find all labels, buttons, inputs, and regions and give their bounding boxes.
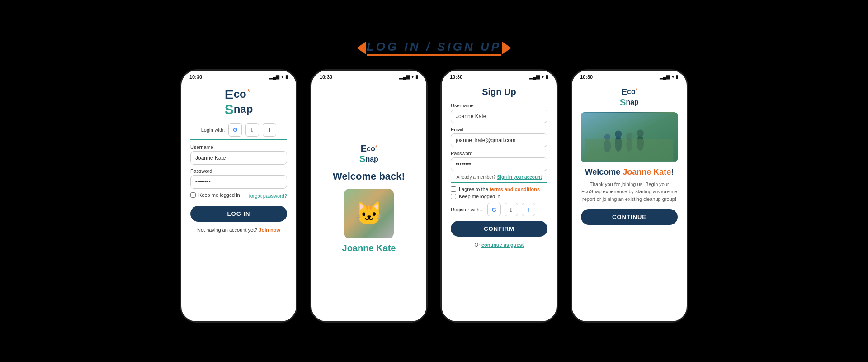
keep-logged-row-3: Keep me logged in <box>451 194 547 199</box>
page-title-container: LOG IN / SIGN UP <box>367 40 501 56</box>
keep-logged-checkbox-1[interactable] <box>190 192 196 198</box>
battery-icon-3: ▮ <box>546 74 548 79</box>
status-bar-4: 10:30 ▂▄▆ ▾ ▮ <box>572 71 687 81</box>
welcome-msg: Welcome Joanne Kate! <box>585 167 674 177</box>
welcome-back-content: E co * S nap Welcome back! 🐱 Joanne Kate <box>311 81 426 321</box>
logo-e-4: E <box>621 87 627 97</box>
battery-icon-2: ▮ <box>415 74 418 79</box>
email-input-3[interactable] <box>451 133 547 147</box>
wifi-icon-3: ▾ <box>542 74 544 79</box>
user-avatar: 🐱 <box>344 189 394 238</box>
hero-svg <box>581 112 678 162</box>
status-bar-3: 10:30 ▂▄▆ ▾ ▮ <box>442 71 557 81</box>
status-icons-2: ▂▄▆ ▾ ▮ <box>399 74 418 79</box>
signal-icon-2: ▂▄▆ <box>399 74 410 79</box>
phones-container: 10:30 ▂▄▆ ▾ ▮ E co * S nap <box>180 69 688 323</box>
keep-logged-checkbox-3[interactable] <box>451 194 456 199</box>
google-login-btn[interactable]: G <box>228 123 242 137</box>
username-input-1[interactable] <box>190 151 287 165</box>
terms-checkbox[interactable] <box>451 186 456 192</box>
hero-image <box>581 112 678 162</box>
terms-text: I agree to the terms and conditions <box>459 186 540 192</box>
signup-title: Sign Up <box>482 87 516 97</box>
logo-s-2: S <box>359 154 365 164</box>
register-with-label: Register with... <box>451 207 484 212</box>
forgot-password-link[interactable]: forgot password? <box>249 193 287 199</box>
password-label-3: Password <box>451 151 547 156</box>
continue-button[interactable]: CONTINUE <box>581 209 678 225</box>
status-icons-1: ▂▄▆ ▾ ▮ <box>269 74 288 79</box>
welcome-user-name: Joanne Kate <box>342 243 396 253</box>
logo-s-4: S <box>620 97 626 108</box>
signal-icon-4: ▂▄▆ <box>660 74 670 79</box>
ecosnap-logo-small-2: E co * S nap <box>359 143 378 164</box>
already-member-text: Already a member? Sign in your account <box>457 175 542 180</box>
status-time-2: 10:30 <box>320 74 332 80</box>
username-label-1: Username <box>190 144 287 150</box>
keep-logged-label-1: Keep me logged in <box>198 192 240 198</box>
battery-icon: ▮ <box>285 74 288 79</box>
logo-e-2: E <box>361 143 367 154</box>
facebook-register-btn[interactable]: f <box>522 203 535 216</box>
phone-welcome-back: 10:30 ▂▄▆ ▾ ▮ E co * S nap <box>310 69 428 323</box>
keep-logged-row: Keep me logged in <box>190 192 240 198</box>
welcome-content: E co * S nap <box>572 81 687 321</box>
status-icons-4: ▂▄▆ ▾ ▮ <box>660 74 679 79</box>
status-bar-1: 10:30 ▂▄▆ ▾ ▮ <box>181 71 296 81</box>
ecosnap-logo-large: E co * S nap <box>225 87 253 117</box>
keep-logged-label-3: Keep me logged in <box>459 194 500 199</box>
register-with-row: Register with... G  f <box>451 203 547 216</box>
guest-link[interactable]: continue as guest <box>481 242 524 248</box>
wifi-icon: ▾ <box>281 74 283 79</box>
status-time-1: 10:30 <box>189 74 202 80</box>
apple-login-btn[interactable]:  <box>245 123 259 137</box>
ecosnap-logo-small-4: E co * S nap <box>620 87 639 108</box>
logo-nap-4: nap <box>626 98 638 106</box>
confirm-button[interactable]: CONFIRM <box>451 221 547 237</box>
password-label-1: Password <box>190 168 287 174</box>
logo-star-2: * <box>375 144 377 151</box>
battery-icon-4: ▮ <box>676 74 679 79</box>
sign-in-link[interactable]: Sign in your account <box>497 175 542 180</box>
facebook-login-btn[interactable]: f <box>263 123 276 137</box>
apple-register-btn[interactable]:  <box>505 203 518 216</box>
username-input-3[interactable] <box>451 110 547 123</box>
join-now-link[interactable]: Join now <box>259 227 280 233</box>
logo-e: E <box>225 87 234 102</box>
bottom-text-1: Not having an account yet? Join now <box>197 227 280 233</box>
divider-1 <box>190 139 287 140</box>
phone-signup: 10:30 ▂▄▆ ▾ ▮ Sign Up Username Email Pas… <box>440 69 558 323</box>
status-time-3: 10:30 <box>450 74 462 80</box>
forgot-row: Keep me logged in forgot password? <box>190 192 287 200</box>
svg-rect-10 <box>585 139 674 161</box>
signal-icon-3: ▂▄▆ <box>529 74 540 79</box>
login-with-label: Login with: <box>201 127 225 133</box>
password-input-3[interactable] <box>451 157 547 171</box>
svg-point-9 <box>637 129 644 137</box>
status-time-4: 10:30 <box>580 74 593 80</box>
phone-welcome: 10:30 ▂▄▆ ▾ ▮ E co * S nap <box>571 69 688 323</box>
password-input-1[interactable] <box>190 175 287 189</box>
page-title: LOG IN / SIGN UP <box>367 40 501 53</box>
welcome-back-title: Welcome back! <box>333 171 405 182</box>
status-icons-3: ▂▄▆ ▾ ▮ <box>529 74 548 79</box>
welcome-description: Thank you for joining us! Begin your Eco… <box>581 181 678 203</box>
svg-point-3 <box>604 134 611 140</box>
logo-s: S <box>225 102 234 117</box>
signal-icon: ▂▄▆ <box>269 74 279 79</box>
divider-3 <box>451 182 547 183</box>
logo-co-4: co <box>627 88 636 96</box>
svg-point-7 <box>626 133 632 139</box>
status-bar-2: 10:30 ▂▄▆ ▾ ▮ <box>311 71 426 81</box>
wifi-icon-4: ▾ <box>672 74 674 79</box>
cat-face: 🐱 <box>344 189 394 238</box>
terms-row: I agree to the terms and conditions <box>451 186 547 192</box>
logo-star: * <box>247 88 250 96</box>
svg-point-5 <box>615 130 622 138</box>
logo-star-4: * <box>636 87 638 94</box>
login-button[interactable]: LOG IN <box>190 206 287 222</box>
google-register-btn[interactable]: G <box>487 203 501 216</box>
login-with-row: Login with: G  f <box>190 123 287 137</box>
logo-nap: nap <box>234 103 253 115</box>
signup-content: Sign Up Username Email Password Already … <box>442 81 557 321</box>
